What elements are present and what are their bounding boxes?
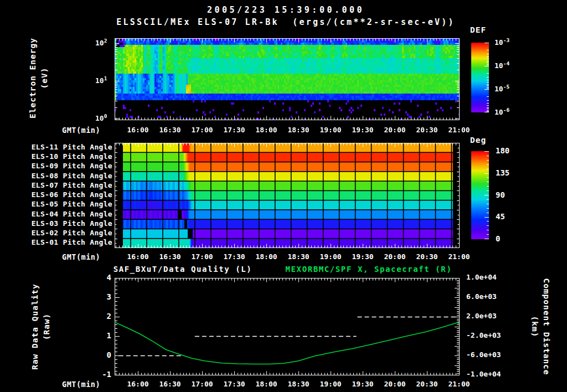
deg-colorbar-tick-0: 0: [496, 234, 500, 243]
deg-colorbar-tick-135: 135: [496, 168, 509, 177]
bottom-x-tick-20:30: 20:30: [410, 380, 444, 388]
bottom-x-tick-19:30: 19:30: [346, 380, 379, 388]
deg-colorbar-tick-180: 180: [496, 146, 509, 155]
def-colorbar-tick--4: 10-4: [494, 60, 509, 70]
spectrogram-x-tick-21:00: 21:00: [442, 126, 476, 134]
bottom-x-tick-18:00: 18:00: [250, 380, 283, 388]
spectrogram-y-tick-10e0: 100: [95, 113, 107, 122]
pitch-x-tick-21:00: 21:00: [442, 252, 476, 261]
bottom-left-tick-1: 1: [107, 331, 111, 340]
spectrogram-x-tick-17:00: 17:00: [185, 126, 219, 134]
bottom-left-y-axis-label-line2: (Raw): [41, 283, 53, 370]
spectrogram-y-tick-10e1: 101: [95, 75, 107, 85]
spectrogram-x-tick-19:30: 19:30: [346, 126, 379, 134]
bottom-left-tick-4: 4: [107, 273, 111, 282]
def-colorbar-title: DEF: [470, 25, 486, 34]
bottom-x-tick-16:30: 16:30: [153, 380, 187, 388]
bottom-right-tick-2000: 2.0e+03: [466, 312, 497, 320]
def-colorbar-canvas: [471, 43, 489, 112]
bottom-right-y-axis-label: Component Distance (km): [523, 277, 558, 376]
bottom-left-tick-2: 2: [107, 312, 111, 321]
bottom-left-y-axis-label-line1: Raw Data Quality: [29, 283, 41, 370]
spectrogram-x-tick-17:30: 17:30: [218, 126, 251, 134]
spectrogram-x-tick-20:30: 20:30: [410, 126, 444, 134]
pitch-x-axis-label: GMT(min): [62, 252, 100, 261]
bottom-right-series-title: MEXORBMC/SPF X, Spacecraft (R): [275, 265, 463, 274]
bottom-x-tick-19:00: 19:00: [314, 380, 347, 388]
page-title-datetime: 2005/223 15:39:00.000: [2, 5, 567, 15]
spectrogram-y-axis-label-line1: Electron Energy: [27, 38, 39, 118]
bottom-right-tick--10000: -1.0e+04: [466, 370, 501, 378]
bottom-left-series-title: SAF_BXuT/Data Quality (L): [94, 265, 271, 274]
spectrogram-y-tick-10e2: 102: [95, 38, 107, 47]
spectrogram-x-tick-18:30: 18:30: [282, 126, 315, 134]
bottom-x-tick-20:00: 20:00: [378, 380, 411, 388]
bottom-right-y-axis-label-line1: Component Distance: [540, 278, 552, 375]
bottom-left-tick-0: 0: [107, 350, 111, 359]
bottom-x-tick-16:00: 16:00: [121, 380, 154, 388]
row-label-els-03: ELS-03 Pitch Angle: [18, 219, 112, 228]
spectrogram-x-axis-label: GMT(min): [62, 126, 100, 135]
spectrogram-x-tick-16:30: 16:30: [153, 126, 187, 134]
bottom-x-tick-17:30: 17:30: [218, 380, 251, 388]
row-label-els-11: ELS-11 Pitch Angle: [18, 143, 112, 151]
def-colorbar-tick--5: 10-5: [494, 84, 509, 93]
deg-colorbar-tick-90: 90: [496, 190, 505, 199]
bottom-left-tick--1: -1: [102, 370, 111, 379]
bottom-right-tick--2000: -2.0e+03: [466, 331, 501, 339]
row-label-els-08: ELS-08 Pitch Angle: [18, 172, 112, 180]
bottom-left-y-axis-label: Raw Data Quality (Raw): [23, 277, 59, 376]
bottom-x-tick-21:00: 21:00: [442, 380, 476, 388]
plot-screen: 2005/223 15:39:00.000 ELSSCIL/MEx ELS-07…: [0, 0, 567, 392]
row-label-els-07: ELS-07 Pitch Angle: [18, 181, 112, 189]
bottom-x-tick-18:30: 18:30: [282, 380, 315, 388]
deg-colorbar-canvas: [471, 151, 489, 239]
pitch-x-tick-17:00: 17:00: [185, 252, 219, 261]
pitch-x-tick-19:30: 19:30: [346, 252, 379, 261]
row-label-els-05: ELS-05 Pitch Angle: [18, 200, 112, 208]
row-label-els-01: ELS-01 Pitch Angle: [18, 238, 112, 246]
spectrogram-x-tick-20:00: 20:00: [378, 126, 411, 134]
spectrogram-y-axis-label: Electron Energy (eV): [22, 32, 55, 123]
bottom-x-tick-17:00: 17:00: [185, 380, 219, 388]
deg-colorbar-tick-45: 45: [496, 212, 505, 221]
spectrogram-x-tick-18:00: 18:00: [250, 126, 283, 134]
row-label-els-04: ELS-04 Pitch Angle: [18, 210, 112, 218]
bottom-x-axis-label: GMT(min): [62, 380, 100, 389]
pitch-x-tick-18:00: 18:00: [250, 252, 283, 261]
pitch-angle-heatmap-canvas: [115, 143, 460, 248]
row-label-els-06: ELS-06 Pitch Angle: [18, 190, 112, 199]
bottom-right-tick-10000: 1.0e+04: [466, 273, 497, 281]
pitch-x-tick-16:00: 16:00: [121, 252, 154, 261]
deg-colorbar-title: Deg: [470, 136, 486, 145]
bottom-right-y-axis-label-line2: (km): [529, 278, 540, 375]
electron-energy-spectrogram-canvas: [115, 38, 460, 120]
pitch-x-tick-19:00: 19:00: [314, 252, 347, 261]
spectrogram-y-axis-label-line2: (eV): [39, 38, 50, 118]
def-colorbar-tick--3: 10-3: [494, 37, 509, 47]
spectrogram-x-tick-16:00: 16:00: [121, 126, 154, 134]
pitch-x-tick-20:00: 20:00: [378, 252, 411, 261]
pitch-x-tick-18:30: 18:30: [282, 252, 315, 261]
row-label-els-02: ELS-02 Pitch Angle: [18, 229, 112, 237]
bottom-right-tick--6000: -6.0e+03: [466, 350, 501, 359]
quality-distance-plot-canvas: [115, 278, 460, 375]
pitch-x-tick-16:30: 16:30: [153, 252, 187, 261]
spectrogram-x-tick-19:00: 19:00: [314, 126, 347, 134]
pitch-x-tick-17:30: 17:30: [218, 252, 251, 261]
bottom-left-tick-3: 3: [107, 292, 111, 301]
row-label-els-10: ELS-10 Pitch Angle: [18, 152, 112, 161]
def-colorbar-tick--6: 10-6: [494, 107, 509, 116]
pitch-x-tick-20:30: 20:30: [410, 252, 444, 261]
bottom-right-tick-6000: 6.0e+03: [466, 292, 497, 301]
row-label-els-09: ELS-09 Pitch Angle: [18, 162, 112, 170]
